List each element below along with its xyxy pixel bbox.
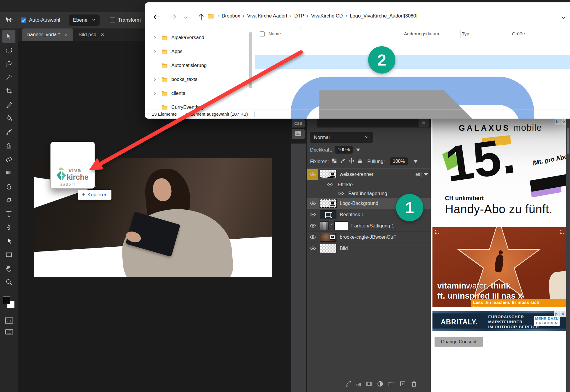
lock-all-icon[interactable] — [357, 158, 363, 165]
paint-bucket-tool[interactable] — [2, 111, 15, 125]
close-icon[interactable]: × — [65, 31, 68, 38]
expand-address-chevron-icon[interactable] — [561, 15, 566, 20]
layer-row[interactable]: brooke-cagle-JBwcenOuF — [307, 232, 431, 243]
dodge-tool[interactable] — [2, 193, 15, 207]
breadcrumb-segment[interactable]: › Dropbox — [217, 13, 240, 19]
expand-chevron-icon[interactable] — [153, 36, 157, 40]
vitaminwater-ad[interactable]: vitaminwater. think ft. uninspired lil n… — [432, 227, 567, 307]
opacity-slider-arrow[interactable] — [356, 149, 360, 151]
move-tool[interactable] — [2, 30, 15, 43]
layers-panel-tab[interactable] — [317, 118, 327, 128]
lasso-tool[interactable] — [2, 57, 15, 71]
visibility-eye-icon[interactable] — [325, 180, 334, 189]
transform-checkbox[interactable] — [110, 17, 115, 23]
clone-stamp-tool[interactable] — [2, 139, 15, 152]
foreground-color-swatch[interactable] — [3, 297, 10, 304]
breadcrumb-segment[interactable]: › DTP — [290, 13, 304, 19]
abritaly-ad[interactable]: ABRITALY. EUROPÄISCHER MARKTFÜHRER IM OU… — [432, 311, 570, 331]
adchoices-icon[interactable] — [555, 119, 561, 125]
tree-folder-item[interactable]: Apps — [146, 44, 250, 58]
column-type[interactable]: Typ — [462, 31, 469, 36]
abritaly-cta-button[interactable]: MEHR DAZU ERFAHREN — [534, 316, 560, 326]
css-panel-button[interactable]: CSS — [292, 119, 305, 128]
magic-wand-tool[interactable] — [2, 71, 15, 84]
brush-tool[interactable] — [2, 125, 15, 139]
color-swatches[interactable] — [3, 297, 16, 310]
visibility-eye-icon[interactable] — [307, 220, 318, 231]
visibility-eye-icon[interactable] — [307, 243, 318, 254]
breadcrumb-segment[interactable]: › Viva Kirche Aadorf — [243, 13, 287, 19]
layers-panel-tab[interactable] — [327, 118, 337, 128]
layer-row[interactable]: weisser-trenner eff — [307, 169, 431, 180]
blend-mode-dropdown[interactable]: Normal — [310, 132, 373, 143]
drag-ghost-logo-card[interactable]: viva kirche aadorf — [50, 142, 95, 189]
recent-locations-chevron-icon[interactable] — [183, 15, 189, 20]
layer-thumbnail[interactable] — [320, 244, 336, 253]
lock-pixels-icon[interactable] — [340, 158, 346, 165]
expand-chevron-icon[interactable] — [153, 91, 157, 95]
visibility-eye-icon[interactable] — [307, 209, 318, 220]
scrollbar-thumb[interactable] — [567, 128, 569, 154]
layer-thumbnail[interactable] — [320, 170, 336, 179]
blur-tool[interactable] — [2, 180, 15, 193]
collapse-effects-arrow[interactable] — [424, 173, 428, 176]
opacity-value[interactable]: 100% — [335, 146, 353, 154]
file-row[interactable] — [255, 41, 570, 55]
back-icon[interactable] — [153, 13, 161, 21]
direct-select-tool[interactable] — [2, 234, 15, 248]
close-icon[interactable]: × — [101, 31, 104, 38]
new-group-icon[interactable] — [388, 380, 395, 388]
layer-style-button[interactable]: eff — [356, 382, 361, 387]
visibility-eye-icon[interactable] — [307, 198, 318, 209]
image-panel-button[interactable] — [292, 129, 305, 139]
layer-row[interactable]: Bild — [307, 243, 431, 254]
change-consent-button[interactable]: Change Consent — [435, 337, 483, 347]
column-name[interactable]: Name — [269, 31, 281, 36]
quick-mask-icon[interactable] — [5, 316, 14, 325]
marquee-tool[interactable] — [2, 43, 15, 57]
eraser-tool[interactable] — [2, 152, 15, 166]
lock-transparency-icon[interactable] — [331, 158, 337, 165]
expand-chevron-icon[interactable] — [153, 50, 157, 54]
select-all-checkbox[interactable] — [260, 31, 265, 36]
expand-chevron-icon[interactable] — [153, 77, 157, 82]
layers-panel-tab[interactable] — [307, 118, 317, 128]
keyboard-icon[interactable] — [5, 327, 14, 336]
fill-slider-arrow[interactable] — [413, 160, 418, 163]
rectangle-tool[interactable] — [2, 248, 15, 262]
gradient-tool[interactable] — [2, 166, 15, 180]
auto-select-target-dropdown[interactable]: Ebene — [69, 15, 100, 26]
galaxus-ad[interactable]: GALAXUS mobile 15. /Mt. pro Abo CH unlim… — [432, 118, 568, 224]
auto-select-checkbox[interactable] — [21, 17, 26, 23]
type-tool[interactable] — [2, 207, 15, 221]
link-layers-icon[interactable] — [345, 380, 352, 388]
document-tab[interactable]: banner_vorla * × — [22, 28, 73, 41]
visibility-eye-icon[interactable] — [307, 169, 318, 180]
forward-icon[interactable] — [169, 13, 177, 21]
delete-layer-icon[interactable] — [411, 380, 417, 388]
visibility-eye-icon[interactable] — [307, 232, 318, 243]
document-tab[interactable]: Bild.psd × — [73, 28, 110, 41]
adchoices-icon[interactable] — [554, 311, 560, 317]
tree-folder-item[interactable]: AlpakaVersand — [146, 31, 250, 44]
layer-thumbnail[interactable] — [320, 199, 336, 208]
adjustment-layer-icon[interactable] — [377, 380, 384, 388]
layer-thumbnail[interactable] — [320, 222, 329, 230]
layer-thumbnail[interactable] — [320, 210, 336, 219]
ad-close-icon[interactable] — [560, 311, 566, 317]
panel-menu-button[interactable] — [419, 119, 429, 127]
hand-tool[interactable] — [2, 262, 15, 275]
breadcrumb-segment[interactable]: › VivaKirche CD — [307, 13, 343, 19]
tree-folder-item[interactable]: clients — [146, 86, 250, 100]
layer-row[interactable]: Effekte — [307, 180, 431, 189]
eyedropper-tool[interactable] — [2, 98, 15, 111]
tree-scrollbar[interactable] — [249, 32, 252, 88]
adjustment-mask-thumbnail[interactable] — [334, 222, 348, 230]
column-size[interactable]: Größe — [512, 31, 525, 36]
file-row[interactable] — [255, 97, 570, 111]
file-explorer-window[interactable]: › Dropbox › Viva Kirche Aadorf › DTP › V… — [145, 2, 570, 119]
page-scrollbar[interactable] — [566, 118, 570, 392]
file-row[interactable] — [255, 55, 570, 69]
tree-folder-item[interactable]: books_texts — [146, 72, 250, 86]
crop-tool[interactable] — [2, 84, 15, 98]
